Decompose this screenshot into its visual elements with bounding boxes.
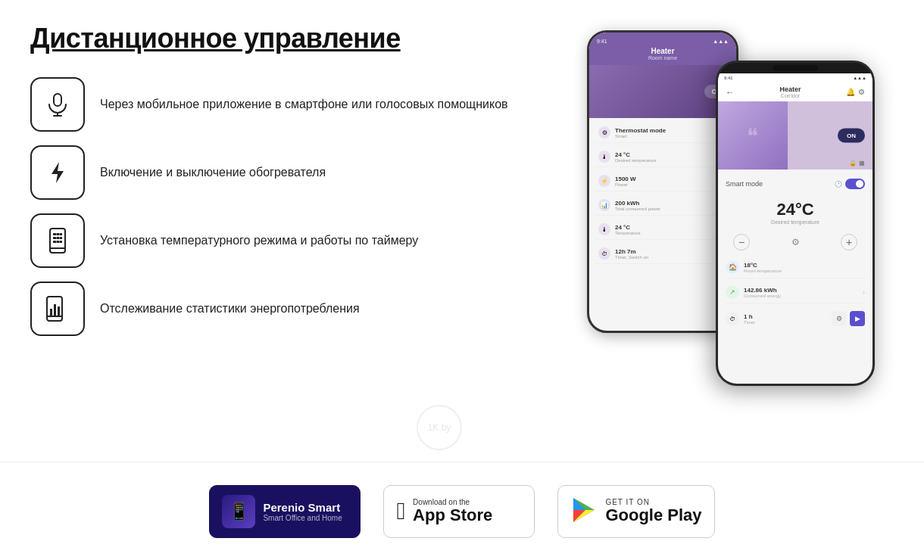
chevron-right-icon: › <box>863 288 865 297</box>
phone-back-time: 9:41 <box>597 39 607 44</box>
energy-row: ↗ 142.86 kWh Consumed energy › <box>726 282 865 303</box>
svg-rect-17 <box>50 309 52 316</box>
watermark: 1K.by <box>417 405 462 450</box>
phone-front-toggle[interactable]: ON <box>838 129 865 143</box>
lightning-icon <box>44 159 71 186</box>
features-list: Через мобильное приложение в смартфоне и… <box>30 77 553 336</box>
list-text: Thermostat mode Smart <box>615 127 666 138</box>
list-icon: ⚡ <box>598 175 610 187</box>
phone-keyboard-icon-box <box>30 213 85 268</box>
feature-item-power: Включение и выключение обогревателя <box>30 145 553 200</box>
phone-front-notch <box>718 63 872 73</box>
phone-back-list: ⚙ Thermostat mode Smart 🌡 24 °C Desired … <box>589 118 736 269</box>
phone-front-time: 9:41 <box>724 76 733 80</box>
energy-icon: ↗ <box>726 285 739 299</box>
temperature-label: Desired temperature <box>726 219 865 225</box>
svg-rect-10 <box>57 237 60 239</box>
timer-icon: ⏱ <box>726 312 739 325</box>
app-store-name: App Store <box>413 506 492 524</box>
bar-chart-icon-box <box>30 282 85 336</box>
phone-keyboard-icon <box>44 227 71 254</box>
list-item: ⏱ 12h 7m Timer, Switch on <box>595 244 730 264</box>
phone-back-screen: 9:41 ▲▲▲ Heater Room name On ⚙ <box>589 33 736 331</box>
temperature-controls: − ⚙ + <box>726 231 865 254</box>
phone-back-hero: On <box>589 65 736 118</box>
list-icon: ⏱ <box>598 247 610 260</box>
svg-rect-13 <box>57 241 60 243</box>
phone-back-subtitle-text: Room name <box>648 55 677 61</box>
bottom-store-section: 📱 Perenio Smart Smart Office and Home  … <box>0 462 924 560</box>
svg-rect-11 <box>60 237 62 239</box>
phone-front-screen: 9:41 ▲▲▲ ← Heater Corridor 🔔 ⚙ <box>718 73 872 384</box>
phones-container: 9:41 ▲▲▲ Heater Room name On ⚙ <box>587 30 875 424</box>
timer-value: 1 h <box>744 313 755 320</box>
bell-icon[interactable]: 🔔 <box>846 88 855 96</box>
list-icon: 🌡 <box>598 223 610 235</box>
list-text: 1500 W Power <box>615 176 636 187</box>
energy-value: 142.86 kWh <box>744 287 858 294</box>
svg-rect-0 <box>54 94 61 106</box>
svg-rect-7 <box>57 233 60 235</box>
perenio-badge[interactable]: 📱 Perenio Smart Smart Office and Home <box>209 485 361 538</box>
list-icon: 🌡 <box>598 151 610 163</box>
timer-play-button[interactable]: ▶ <box>850 311 865 326</box>
room-temp-label: Room temperature <box>744 269 865 273</box>
lock-icon: 🔒 <box>849 160 857 166</box>
list-text: 12h 7m Timer, Switch on <box>615 248 648 260</box>
google-play-badge[interactable]: GET IT ON Google Play <box>557 485 714 538</box>
temperature-value: 24°C <box>726 200 865 219</box>
phone-back-status-bar: 9:41 ▲▲▲ <box>597 39 729 44</box>
list-text: 24 °C Desired temperature <box>615 151 657 163</box>
timer-settings-button[interactable]: ⚙ <box>832 311 847 326</box>
phone-back-icons: ▲▲▲ <box>713 39 729 44</box>
phone-back-header: 9:41 ▲▲▲ Heater Room name <box>589 33 736 65</box>
list-item: 🌡 24 °C Desired temperature <box>595 147 730 167</box>
svg-rect-8 <box>60 233 62 235</box>
phone-front-nav: ← Heater Corridor 🔔 ⚙ <box>718 82 872 101</box>
grid-icon: ▦ <box>859 160 865 166</box>
increase-button[interactable]: + <box>841 234 857 250</box>
microphone-icon-box <box>30 77 85 132</box>
phone-front-status-icons: ▲▲▲ <box>853 76 866 80</box>
lightning-icon-box <box>30 145 85 200</box>
phone-front-content: Smart mode 🕐 24°C Desired temperature − <box>718 170 872 335</box>
microphone-icon <box>44 91 71 118</box>
svg-rect-6 <box>53 233 56 235</box>
notch-bar <box>773 65 818 71</box>
settings-icon[interactable]: ⚙ <box>858 88 865 96</box>
page-title: Дистанционное управление <box>30 23 553 54</box>
temperature-display: 24°C Desired temperature <box>726 194 865 228</box>
phone-front-hero: ❝ ON 🔒 ▦ <box>718 101 872 170</box>
room-temp-value: 18°C <box>744 262 865 269</box>
phone-back-title-text: Heater <box>651 47 674 55</box>
home-icon: 🏠 <box>726 260 739 274</box>
feature-text-voice: Через мобильное приложение в смартфоне и… <box>100 95 508 113</box>
feature-item-timer: Установка температурного режима и работы… <box>30 213 553 268</box>
list-text: 200 kWh Total consumed power <box>615 200 660 211</box>
feature-item-stats: Отслеживание статистики энергопотреблени… <box>30 282 553 336</box>
decrease-button[interactable]: − <box>733 234 750 250</box>
phone-front-subtitle: Corridor <box>779 93 801 98</box>
list-item: ⚙ Thermostat mode Smart <box>595 123 730 143</box>
list-item: 🌡 24 °C Temperature <box>595 219 730 240</box>
list-item: ⚡ 1500 W Power <box>595 171 730 191</box>
perenio-app-name: Perenio Smart <box>263 501 342 514</box>
clock-icon: 🕐 <box>835 181 842 188</box>
list-item: 📊 200 kWh Total consumed power <box>595 195 730 216</box>
list-icon: 📊 <box>598 199 610 211</box>
app-store-badge[interactable]:  Download on the App Store <box>383 485 535 538</box>
timer-row: ⏱ 1 h Timer ⚙ ▶ <box>726 306 865 331</box>
feature-text-power: Включение и выключение обогревателя <box>100 163 326 181</box>
phone-front: 9:41 ▲▲▲ ← Heater Corridor 🔔 ⚙ <box>716 61 875 386</box>
feature-text-timer: Установка температурного режима и работы… <box>100 232 418 249</box>
svg-rect-14 <box>60 241 62 243</box>
svg-marker-3 <box>52 162 64 183</box>
smart-mode-label: Smart mode <box>726 180 763 188</box>
smart-mode-toggle[interactable] <box>845 179 865 189</box>
svg-rect-9 <box>53 237 56 239</box>
google-play-name: Google Play <box>605 506 701 524</box>
back-arrow-icon[interactable]: ← <box>726 87 735 98</box>
apple-icon:  <box>396 497 405 525</box>
svg-rect-18 <box>54 304 56 316</box>
sliders-icon: ⚙ <box>791 237 800 247</box>
